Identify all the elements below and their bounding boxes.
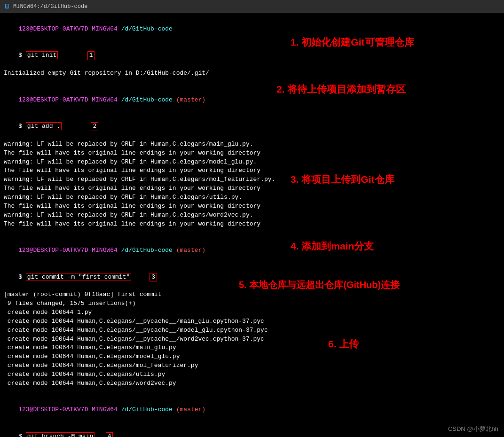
init-output: Initialized empty Git repository in D:/G…	[4, 69, 500, 78]
badge-3: 3	[150, 273, 157, 282]
titlebar-icon: 🖥	[4, 3, 10, 10]
git-commit-cmd: git commit -m "first commit"	[26, 273, 131, 281]
badge-2: 2	[91, 122, 98, 131]
annotation-6: 6. 上传	[328, 337, 359, 351]
watermark: CSDN @小萝北hh	[448, 425, 498, 433]
cmd-line-1: $ git init 1	[4, 43, 500, 70]
warning-1: warning: LF will be replaced by CRLF in …	[4, 140, 500, 149]
prompt-line-4: 123@DESKTOP-0ATKV7D MINGW64 /d/GitHub-co…	[4, 397, 500, 423]
titlebar-title: MINGW64:/d/GitHub-code	[13, 3, 87, 10]
git-branch-cmd: git branch -M main	[26, 432, 94, 437]
titlebar: 🖥 MINGW64:/d/GitHub-code	[0, 0, 504, 13]
annotation-2: 2. 将待上传项目添加到暂存区	[276, 83, 406, 96]
git-add-cmd: git add .	[26, 122, 62, 130]
annotation-1: 1. 初始化创建Git可管理仓库	[291, 36, 414, 49]
badge-1: 1	[87, 51, 95, 60]
terminal: 123@DESKTOP-0ATKV7D MINGW64 /d/GitHub-co…	[0, 13, 504, 437]
annotation-5: 5. 本地仓库与远超出仓库(GitHub)连接	[239, 279, 400, 291]
annotation-4: 4. 添加到main分支	[291, 240, 374, 253]
git-init-cmd: git init	[26, 51, 58, 59]
cmd-line-2: $ git add . 2	[4, 113, 500, 140]
prompt-line-1: 123@DESKTOP-0ATKV7D MINGW64 /d/GitHub-co…	[4, 16, 500, 43]
path-1: /d/GitHub-code	[121, 25, 173, 32]
prompt-line-3: 123@DESKTOP-0ATKV7D MINGW64 /d/GitHub-co…	[4, 237, 500, 264]
annotation-3: 3. 将项目上传到Git仓库	[291, 173, 394, 186]
user-prompt: 123@DESKTOP-0ATKV7D MINGW64	[18, 25, 121, 32]
prompt-line-2: 123@DESKTOP-0ATKV7D MINGW64 /d/GitHub-co…	[4, 87, 500, 114]
cmd-line-4: $ git branch -M main 4	[4, 423, 500, 437]
badge-4: 4	[106, 432, 113, 437]
